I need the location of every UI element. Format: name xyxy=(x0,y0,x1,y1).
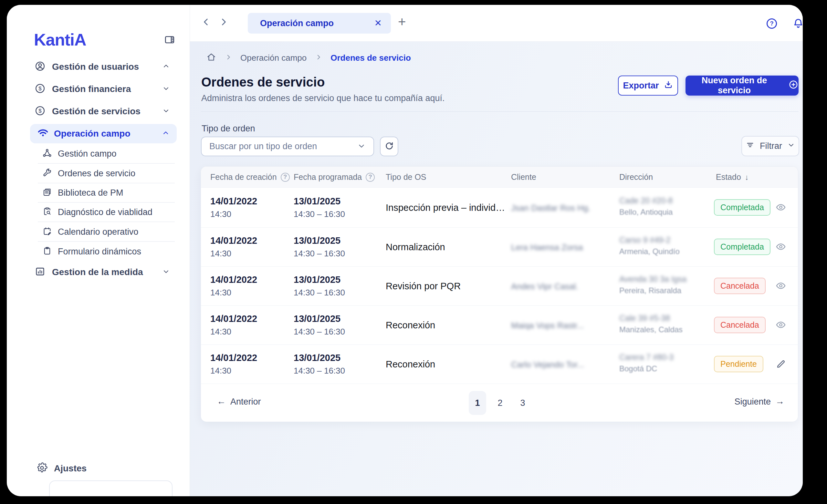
pagination-page-2[interactable]: 2 xyxy=(491,391,509,415)
pagination-next-button[interactable]: Siguiente → xyxy=(734,397,784,407)
breadcrumb-separator xyxy=(225,54,232,62)
col-header-fecha-programada: Fecha programada? xyxy=(294,166,375,188)
close-icon[interactable]: ✕ xyxy=(375,19,382,28)
sidebar-item-gestion-de-usuarios[interactable]: Gestión de usuarios xyxy=(16,57,177,77)
client-name-redacted: Carlo Vejando Tor... xyxy=(511,360,584,370)
svg-text:$: $ xyxy=(39,108,42,114)
col-header-cliente: Cliente xyxy=(511,166,536,188)
tab-label: Operación campo xyxy=(260,18,334,29)
sidebar-subitem-label: Ordenes de servicio xyxy=(58,168,135,179)
sidebar-subitem-label: Diagnóstico de viablidad xyxy=(58,207,152,217)
sidebar-subitem-calendario-operativo[interactable]: Calendario operativo xyxy=(38,222,175,242)
sidebar-subitem-ordenes-de-servicio[interactable]: Ordenes de servicio xyxy=(38,164,175,184)
help-circle-icon[interactable]: ? xyxy=(366,173,375,182)
wrench-icon xyxy=(42,168,52,179)
svg-text:$: $ xyxy=(39,86,42,92)
profile-card-cutoff[interactable] xyxy=(49,481,173,496)
created-time: 14:30 xyxy=(210,366,257,376)
sort-descending-icon[interactable]: ↓ xyxy=(745,173,749,182)
client-name-redacted: Jsan Dastlar Ros Hg. xyxy=(511,203,590,213)
address-city: Armenia, Quindío xyxy=(619,247,680,256)
sidebar-subitem-diagnostico-de-viablidad[interactable]: Diagnóstico de viablidad xyxy=(38,203,175,222)
nav-back-button[interactable] xyxy=(201,17,211,28)
address-redacted: Carera 7 #80-3 xyxy=(619,353,674,362)
pagination-page-1[interactable]: 1 xyxy=(469,391,486,415)
nav-forward-button[interactable] xyxy=(218,17,229,28)
table-row[interactable]: 14/01/202214:30 13/01/202514:30 – 16:30 … xyxy=(201,267,798,306)
home-icon[interactable] xyxy=(206,52,216,64)
table-header-row: Fecha de creación? Fecha programada? Tip… xyxy=(201,166,798,188)
sidebar: KantiA Gestión de usuarios $ Gestión fin… xyxy=(7,5,190,496)
sidebar-item-operacion-campo[interactable]: Operación campo xyxy=(30,124,177,143)
tab-operacion-campo[interactable]: Operación campo ✕ xyxy=(248,13,391,34)
created-date: 14/01/2022 xyxy=(210,274,257,285)
question-circle-icon[interactable]: ? xyxy=(765,17,778,31)
created-date: 14/01/2022 xyxy=(210,313,257,324)
scheduled-date: 13/01/2025 xyxy=(294,313,345,324)
order-type: Revisión por PQR xyxy=(386,281,461,292)
table-row[interactable]: 14/01/202214:30 13/01/202514:30 – 16:30 … xyxy=(201,306,798,345)
clipboard-search-icon xyxy=(42,207,52,218)
new-order-button[interactable]: Nueva orden de servicio xyxy=(685,75,798,96)
bell-icon[interactable] xyxy=(792,17,803,31)
scheduled-date: 13/01/2025 xyxy=(294,235,345,246)
app-window: KantiA Gestión de usuarios $ Gestión fin… xyxy=(7,5,803,496)
breadcrumb-separator xyxy=(315,54,322,62)
address-city: Pereira, Risaralda xyxy=(619,286,686,295)
sidebar-subitem-gestion-campo[interactable]: Gestión campo xyxy=(38,144,175,164)
section-divider xyxy=(201,111,798,112)
order-type-select[interactable]: Buscar por un tipo de orden xyxy=(201,137,374,156)
col-header-estado[interactable]: Estado↓ xyxy=(716,166,749,188)
sidebar-item-label: Gestion de la medida xyxy=(52,267,143,278)
eye-icon[interactable] xyxy=(775,319,786,331)
scheduled-time: 14:30 – 16:30 xyxy=(294,327,345,337)
created-date: 14/01/2022 xyxy=(210,353,257,363)
order-type: Inspección previa – individ… xyxy=(386,202,505,213)
svg-text:?: ? xyxy=(770,20,773,27)
scheduled-time: 14:30 – 16:30 xyxy=(294,209,345,219)
eye-icon[interactable] xyxy=(775,280,786,292)
col-header-fecha-creacion: Fecha de creación? xyxy=(210,166,290,188)
sidebar-subitem-label: Gestión campo xyxy=(58,149,116,159)
order-type-label: Tipo de orden xyxy=(202,124,255,134)
sidebar-item-gestion-financiera[interactable]: $ Gestión financiera xyxy=(16,79,177,99)
breadcrumb: Operación campo Ordenes de servicio xyxy=(206,52,411,64)
scheduled-date: 13/01/2025 xyxy=(294,196,345,207)
table-row[interactable]: 14/01/202214:30 13/01/202514:30 – 16:30 … xyxy=(201,228,798,267)
topbar: Operación campo ✕ + ? xyxy=(190,5,803,42)
workflow-icon xyxy=(42,148,52,159)
filter-button[interactable]: Filtrar xyxy=(741,136,799,156)
client-name-redacted: Andes Vipr Casal. xyxy=(511,282,578,292)
order-type: Normalización xyxy=(386,242,445,252)
breadcrumb-item[interactable]: Operación campo xyxy=(240,53,306,63)
sidebar-item-gestion-de-servicios[interactable]: $ Gestión de servicios xyxy=(16,101,177,121)
table-row[interactable]: 14/01/202214:30 13/01/202514:30 – 16:30 … xyxy=(201,345,798,384)
new-tab-button[interactable]: + xyxy=(398,15,406,29)
library-icon xyxy=(42,187,52,198)
eye-icon[interactable] xyxy=(775,202,786,214)
chevron-down-icon xyxy=(162,85,170,94)
user-circle-icon xyxy=(35,61,46,73)
pagination-page-3[interactable]: 3 xyxy=(514,391,531,415)
sidebar-subitem-formulario-dinamicos[interactable]: Formulario dinámicos xyxy=(38,242,175,261)
sidebar-item-label: Operación campo xyxy=(54,129,131,139)
sidebar-item-ajustes[interactable]: Ajustes xyxy=(16,458,177,478)
panel-right-icon[interactable] xyxy=(163,34,176,47)
export-button[interactable]: Exportar xyxy=(618,75,678,96)
pagination-prev-button[interactable]: ← Anterior xyxy=(217,397,261,407)
edit-pencil-icon[interactable] xyxy=(775,358,786,370)
status-badge: Completada xyxy=(714,239,771,255)
breadcrumb-item-current: Ordenes de servicio xyxy=(331,53,411,63)
eye-icon[interactable] xyxy=(775,241,786,253)
created-time: 14:30 xyxy=(210,209,257,219)
sidebar-subitem-biblioteca-de-pm[interactable]: Biblioteca de PM xyxy=(38,184,175,203)
table-row[interactable]: 14/01/202214:30 13/01/202514:30 – 16:30 … xyxy=(201,188,798,228)
help-circle-icon[interactable]: ? xyxy=(281,173,290,182)
order-type-select-placeholder: Buscar por un tipo de orden xyxy=(209,141,317,151)
status-badge: Cancelada xyxy=(714,317,766,333)
address-city: Bello, Antioquia xyxy=(619,208,673,217)
col-header-direccion: Dirección xyxy=(619,166,653,188)
col-header-tipo-os: Tipo de OS xyxy=(386,166,426,188)
refresh-button[interactable] xyxy=(380,137,398,156)
sidebar-item-gestion-de-la-medida[interactable]: Gestion de la medida xyxy=(16,262,177,282)
